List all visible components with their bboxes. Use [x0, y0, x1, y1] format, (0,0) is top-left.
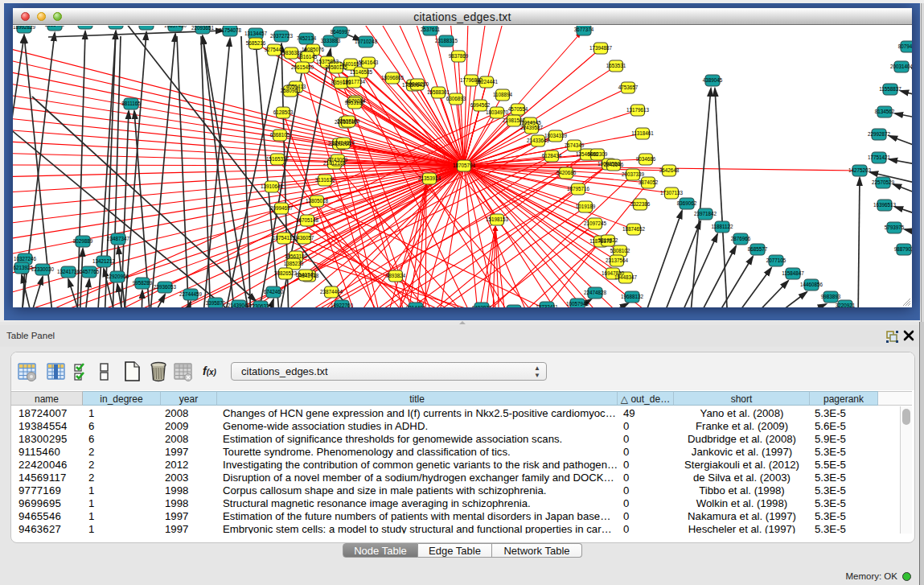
svg-text:19085076: 19085076	[302, 47, 325, 52]
svg-text:21353914: 21353914	[418, 175, 441, 181]
svg-text:3642648: 3642648	[659, 167, 680, 173]
svg-text:16705148: 16705148	[296, 217, 319, 223]
svg-text:20615450: 20615450	[291, 64, 314, 70]
svg-text:18096865: 18096865	[381, 75, 405, 80]
svg-text:18034970: 18034970	[486, 109, 509, 115]
svg-text:8685577: 8685577	[748, 246, 768, 252]
svg-text:13241736: 13241736	[57, 269, 80, 274]
svg-text:10327246: 10327246	[14, 256, 37, 262]
svg-text:16213925: 16213925	[13, 265, 33, 270]
svg-text:19448347: 19448347	[614, 274, 638, 280]
svg-text:4743069: 4743069	[328, 157, 348, 163]
svg-text:9893824: 9893824	[386, 273, 406, 278]
svg-text:13134457: 13134457	[244, 31, 268, 36]
svg-text:10848230: 10848230	[406, 81, 429, 87]
svg-text:21754078: 21754078	[219, 27, 242, 33]
svg-text:21097245: 21097245	[584, 220, 607, 226]
svg-text:10710248: 10710248	[355, 39, 378, 44]
svg-text:6994562: 6994562	[470, 102, 491, 108]
svg-text:3395870: 3395870	[206, 300, 226, 306]
svg-text:9887903: 9887903	[894, 246, 912, 252]
svg-text:6482877: 6482877	[472, 305, 492, 307]
svg-text:13179613: 13179613	[626, 107, 650, 113]
svg-text:18705794: 18705794	[453, 163, 476, 168]
svg-text:1108894: 1108894	[493, 92, 513, 97]
svg-text:23874404: 23874404	[320, 289, 343, 295]
svg-text:17751421: 17751421	[868, 154, 891, 160]
svg-text:6368105: 6368105	[270, 132, 290, 138]
svg-text:3874052: 3874052	[639, 179, 659, 185]
svg-text:19523409: 19523409	[135, 26, 158, 27]
svg-text:15375853: 15375853	[316, 59, 339, 64]
svg-text:22744459: 22744459	[179, 291, 203, 297]
svg-text:6128434: 6128434	[542, 153, 562, 159]
svg-text:18795716: 18795716	[567, 186, 590, 192]
svg-text:6742460: 6742460	[264, 289, 284, 295]
svg-text:11318461: 11318461	[631, 130, 654, 136]
svg-text:20037339: 20037339	[622, 171, 645, 177]
svg-text:9214491: 9214491	[406, 305, 426, 307]
svg-text:19017734: 19017734	[343, 79, 366, 84]
svg-text:19688132: 19688132	[621, 294, 644, 299]
svg-text:3677374: 3677374	[574, 27, 594, 32]
svg-text:5793975: 5793975	[885, 225, 905, 230]
svg-text:9953167: 9953167	[345, 100, 365, 105]
svg-text:12414394: 12414394	[332, 140, 355, 146]
svg-text:23971842: 23971842	[694, 211, 717, 216]
svg-text:5641643: 5641643	[359, 60, 379, 65]
svg-text:8811165: 8811165	[121, 101, 141, 106]
svg-text:5685216: 5685216	[246, 40, 266, 46]
svg-text:3322386: 3322386	[630, 201, 651, 207]
svg-text:23188315: 23188315	[435, 38, 458, 43]
svg-text:22306335: 22306335	[249, 303, 273, 307]
svg-text:9082309: 9082309	[588, 151, 608, 157]
svg-text:20994697: 20994697	[270, 205, 294, 211]
svg-text:17307133: 17307133	[660, 190, 684, 196]
svg-text:1653531: 1653531	[606, 63, 626, 68]
svg-text:2580963: 2580963	[281, 88, 301, 93]
svg-text:6306893: 6306893	[446, 96, 466, 101]
svg-text:22992872: 22992872	[868, 131, 891, 137]
svg-text:15165337: 15165337	[266, 156, 290, 162]
svg-text:7452134: 7452134	[297, 35, 317, 41]
svg-text:14460856: 14460856	[800, 282, 823, 287]
svg-text:9816145: 9816145	[298, 54, 318, 60]
svg-text:6457765: 6457765	[80, 269, 100, 274]
svg-text:11584847: 11584847	[782, 270, 804, 276]
svg-text:9958289: 9958289	[133, 280, 153, 286]
svg-text:3333883: 3333883	[321, 38, 341, 43]
svg-text:23137564: 23137564	[606, 257, 629, 263]
svg-text:8029889: 8029889	[73, 238, 93, 244]
svg-text:22474828: 22474828	[584, 290, 607, 295]
svg-text:10057945: 10057945	[566, 301, 589, 307]
svg-text:9983893: 9983893	[821, 294, 841, 299]
svg-text:6540741: 6540741	[296, 272, 316, 278]
svg-text:21433649: 21433649	[527, 138, 550, 143]
svg-text:22570529: 22570529	[872, 179, 895, 185]
svg-text:5219822: 5219822	[598, 237, 618, 243]
svg-text:5188470: 5188470	[45, 26, 65, 27]
svg-text:9436057: 9436057	[294, 235, 314, 241]
svg-text:4570554: 4570554	[508, 106, 528, 112]
svg-text:3131636: 3131636	[315, 177, 335, 183]
svg-text:22439587: 22439587	[520, 125, 544, 130]
svg-text:13421212: 13421212	[92, 258, 116, 264]
svg-text:21439044: 21439044	[228, 303, 251, 307]
svg-text:2943646: 2943646	[604, 162, 624, 167]
svg-text:22093651: 22093651	[191, 26, 215, 31]
svg-text:13146585: 13146585	[350, 69, 373, 75]
svg-text:5308102: 5308102	[610, 248, 630, 253]
svg-text:11558837: 11558837	[879, 86, 901, 92]
svg-text:4389045: 4389045	[703, 77, 723, 83]
svg-text:18992829: 18992829	[13, 26, 35, 30]
svg-text:1019189: 1019189	[576, 204, 596, 209]
svg-text:22507109: 22507109	[337, 118, 360, 124]
svg-text:8079409: 8079409	[898, 43, 912, 49]
svg-text:23936053: 23936053	[154, 284, 177, 290]
svg-text:9034686: 9034686	[636, 156, 656, 162]
svg-text:8134562: 8134562	[875, 109, 895, 114]
svg-text:2077105: 2077105	[766, 257, 786, 263]
svg-text:22330030: 22330030	[31, 266, 55, 272]
svg-text:18922760: 18922760	[331, 303, 354, 307]
svg-text:11881122: 11881122	[711, 224, 733, 229]
